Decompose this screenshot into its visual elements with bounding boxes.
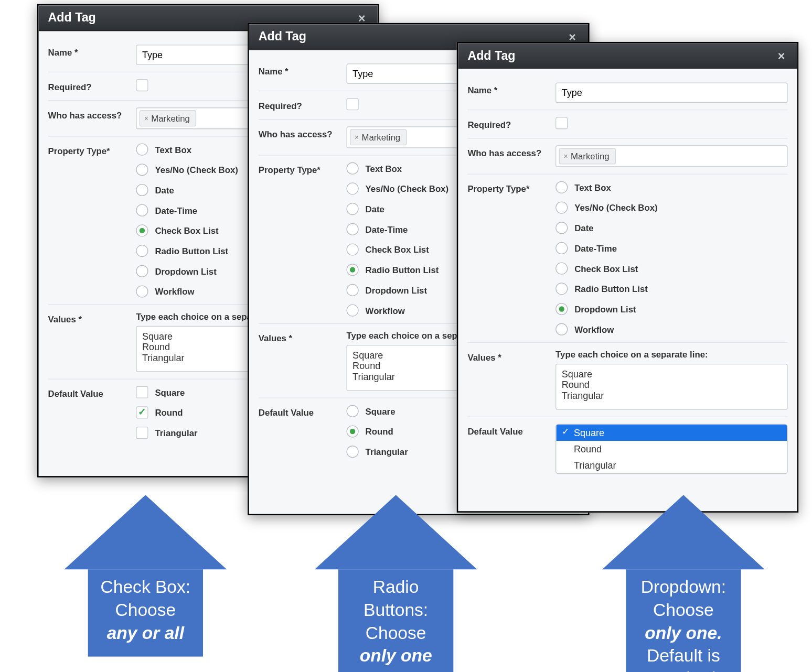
values-label: Values * <box>48 312 136 325</box>
values-label: Values * <box>467 350 555 363</box>
chip-remove-icon[interactable]: × <box>144 115 148 122</box>
chip-remove-icon[interactable]: × <box>355 134 359 141</box>
chip-label: Marketing <box>571 151 610 161</box>
property-type-label: Property Type* <box>467 181 555 194</box>
values-hint: Type each choice on a separate line: <box>555 350 787 360</box>
required-checkbox[interactable] <box>136 79 148 91</box>
arrow-up-icon <box>315 495 477 569</box>
access-input[interactable]: × Marketing <box>555 145 787 167</box>
ptype-option[interactable]: Date-Time <box>555 242 787 254</box>
ptype-option[interactable]: Dropdown List <box>555 303 787 315</box>
dialog-title: Add Tag <box>467 49 515 63</box>
default-value-dropdown[interactable]: ⌃⌄ Square Round Triangular <box>555 424 787 474</box>
name-input[interactable] <box>555 82 787 103</box>
ptype-option[interactable]: Check Box List <box>555 263 787 275</box>
access-chip[interactable]: × Marketing <box>559 148 616 165</box>
chip-label: Marketing <box>151 113 190 123</box>
name-label: Name * <box>48 45 136 58</box>
arrow-up-icon <box>602 495 765 569</box>
name-label: Name * <box>259 63 347 77</box>
dialog-title: Add Tag <box>259 30 306 44</box>
close-icon[interactable]: × <box>566 31 579 43</box>
access-chip[interactable]: × Marketing <box>350 129 407 145</box>
access-label: Who has access? <box>467 145 555 158</box>
access-chip[interactable]: × Marketing <box>140 110 196 126</box>
ptype-option[interactable]: Workflow <box>555 323 787 335</box>
ptype-option[interactable]: Date <box>555 222 787 234</box>
callout-dropdown: Dropdown: Choose only one. Default is re… <box>562 495 805 672</box>
name-label: Name * <box>467 82 555 95</box>
required-label: Required? <box>259 98 347 111</box>
required-checkbox[interactable] <box>346 98 358 110</box>
default-value-label: Default Value <box>259 405 347 418</box>
chip-remove-icon[interactable]: × <box>564 153 568 160</box>
required-label: Required? <box>467 117 555 130</box>
callout-checkbox: Check Box: Choose any or all <box>24 495 267 657</box>
ptype-option[interactable]: Text Box <box>555 181 787 193</box>
callout-radio: Radio Buttons: Choose only one <box>274 495 517 672</box>
arrow-up-icon <box>65 495 227 569</box>
dialog-title: Add Tag <box>48 11 96 25</box>
values-label: Values * <box>259 331 347 344</box>
dialog-header: Add Tag × <box>458 44 797 69</box>
close-icon[interactable]: × <box>775 50 788 62</box>
close-icon[interactable]: × <box>356 12 368 24</box>
ptype-option[interactable]: Yes/No (Check Box) <box>555 201 787 213</box>
required-label: Required? <box>48 79 136 92</box>
default-value-label: Default Value <box>467 424 555 437</box>
values-textarea[interactable]: Square Round Triangular <box>555 364 787 410</box>
access-label: Who has access? <box>259 126 347 139</box>
access-label: Who has access? <box>48 107 136 121</box>
dropdown-option[interactable]: Round <box>556 441 787 457</box>
required-checkbox[interactable] <box>555 117 568 129</box>
property-type-label: Property Type* <box>48 143 136 156</box>
ptype-option[interactable]: Radio Button List <box>555 283 787 295</box>
chip-label: Marketing <box>361 132 400 142</box>
dropdown-option[interactable]: Triangular <box>556 457 787 473</box>
property-type-label: Property Type* <box>259 162 347 176</box>
dialog-dropdown: Add Tag × Name * Required? Who has acces… <box>457 42 798 513</box>
default-value-label: Default Value <box>48 386 136 399</box>
dropdown-option[interactable]: Square <box>556 425 787 441</box>
